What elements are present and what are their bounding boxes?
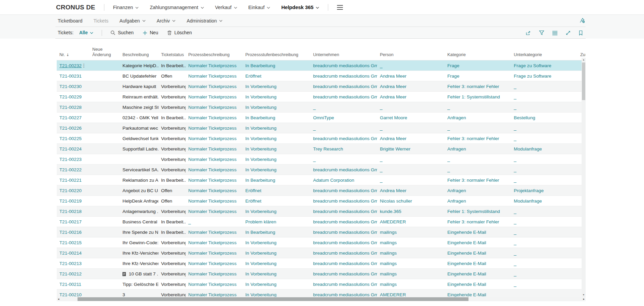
cell-kategorie[interactable]: Frage [445,60,511,71]
cell-unterkategorie[interactable]: Modulanfrage [511,144,578,154]
cell-person[interactable]: AMEDERER [377,217,445,227]
cell-prozessstufenbeschreibung[interactable]: Eröffnet [243,185,310,196]
cell-prozessstufenbeschreibung[interactable]: In Vorbereitung [243,154,310,165]
col-header-unternehmen[interactable]: Unternehmen [310,39,377,60]
cell-ticketstatus[interactable]: In Bearbeit... [158,217,186,227]
cell-neue-aenderung[interactable] [90,237,120,248]
ticket-number-link[interactable]: T21-00220 [59,188,82,193]
cell-beschreibung[interactable]: HelpDesk Anfrage [120,196,158,206]
cell-prozessbeschreibung[interactable]: Normaler Ticketprozess [186,196,243,206]
col-header-ticketstatus[interactable]: Ticketstatus [158,39,186,60]
cell-unternehmen[interactable]: Trey Research [310,144,377,154]
cell-person[interactable]: _ [377,165,445,175]
cell-neue-aenderung[interactable] [90,154,120,165]
cell-neue-aenderung[interactable] [90,279,120,290]
cell-person[interactable]: _ [377,154,445,165]
cell-neue-aenderung[interactable] [90,196,120,206]
cell-kategorie[interactable]: Anfragen [445,196,511,206]
ticket-number-link[interactable]: T21-00224 [59,146,82,151]
cell-unterkategorie[interactable]: Modulanfrage [511,196,578,206]
cell-prozessstufenbeschreibung[interactable]: In Vorbereitung [243,133,310,144]
cell-unterkategorie[interactable]: _ [511,248,578,258]
table-row[interactable]: T21-00213 ⋮ Ihre Kfz-Versicher... Vorber… [57,258,586,269]
cell-prozessbeschreibung[interactable]: Normaler Ticketprozess [186,175,243,185]
cell-nr[interactable]: T21-00218 ⋮ [57,206,90,217]
cell-unterkategorie[interactable]: _ [511,227,578,237]
cell-beschreibung[interactable]: Supportfall Ladre... [120,144,158,154]
cell-beschreibung[interactable]: Ihre Kfz-Versicher... [120,258,158,269]
cell-unterkategorie[interactable]: _ [511,133,578,144]
cell-person[interactable]: _ [377,102,445,113]
cell-nr[interactable]: T21-00228 ⋮ [57,102,90,113]
cell-prozessstufenbeschreibung[interactable]: In Bearbeitung [243,227,310,237]
cell-kategorie[interactable]: Fehler 3: normaler Fehler [445,133,511,144]
cell-unternehmen[interactable]: breadcrumb mediasolutions Gm... [310,237,377,248]
table-row[interactable]: T21-00211 ⋮ Tipp: Gelöschte E... Vorbere… [57,279,586,290]
scroll-right-icon[interactable]: ▸ [583,297,585,301]
ticket-number-link[interactable]: T21-00221 [59,178,82,183]
filter-dropdown[interactable]: Alle [79,30,93,35]
cell-nr[interactable]: T21-00232 ⋮ [57,60,90,71]
cell-prozessbeschreibung[interactable]: Normaler Ticketprozess [186,258,243,269]
cell-kategorie[interactable]: _ [445,123,511,133]
app-brand[interactable]: CRONUS DE [56,4,95,11]
tab-tickets[interactable]: Tickets [94,18,108,24]
nav-helpdesk-365[interactable]: Helpdesk 365 [281,4,319,10]
cell-unternehmen[interactable]: breadcrumb mediasolutions Gm... [310,269,377,279]
cell-person[interactable]: mailings [377,237,445,248]
nav-zahlungsmanagement[interactable]: Zahlungsmanagement [150,5,204,10]
bookmark-button[interactable] [579,30,583,36]
cell-unternehmen[interactable]: breadcrumb mediasolutions Gm... [310,196,377,206]
ticket-number-link[interactable]: T21-00217 [59,219,82,224]
cell-prozessbeschreibung[interactable]: Normaler Ticketprozess [186,279,243,290]
table-row[interactable]: T21-00220 ⋮ Angebot zu BC U... Offen Nor… [57,185,586,196]
cell-unternehmen[interactable]: breadcrumb mediasolutions Gm... [310,71,377,81]
cell-unterkategorie[interactable]: Bestellung [511,113,578,123]
cell-kategorie[interactable]: Fehler 3: normaler Fehler [445,175,511,185]
vertical-scrollbar[interactable]: ▴ ▾ [582,58,586,297]
cell-person[interactable]: _ [377,175,445,185]
cell-ticketstatus[interactable]: Vorbereitung [158,279,186,290]
cell-beschreibung[interactable]: Angebot zu BC U... [120,185,158,196]
tab-archiv[interactable]: Archiv [157,18,176,24]
cell-neue-aenderung[interactable] [90,248,120,258]
cell-nr[interactable]: T21-00221 ⋮ [57,175,90,185]
cell-unternehmen[interactable]: breadcrumb mediasolutions Gm... [310,60,377,71]
cell-prozessbeschreibung[interactable]: Normaler Ticketprozess [186,133,243,144]
cell-unternehmen[interactable]: breadcrumb mediasolutions Gm... [310,81,377,92]
cell-unterkategorie[interactable]: Frage zu Software [511,60,578,71]
ticket-number-link[interactable]: T21-00215 [59,240,82,245]
cell-ticketstatus[interactable]: Vorbereitung [158,165,186,175]
table-row[interactable]: T21-00225 ⋮ Geldwechsel funk... Vorberei… [57,133,586,144]
nav-verkauf[interactable]: Verkauf [215,5,237,10]
cell-kategorie[interactable]: Frage [445,71,511,81]
cell-kategorie[interactable]: Eingehende E-Mail [445,227,511,237]
table-row[interactable]: T21-00217 ⋮ Business Central ... In Bear… [57,217,586,227]
cell-unterkategorie[interactable]: Frage zu Software [511,71,578,81]
share-button[interactable] [526,30,531,36]
cell-ticketstatus[interactable]: In Bearbeit... [158,113,186,123]
tab-aufgaben[interactable]: Aufgaben [119,18,146,24]
cell-prozessstufenbeschreibung[interactable]: In Vorbereitung [243,248,310,258]
cell-ticketstatus[interactable]: Vorbereitung [158,123,186,133]
cell-nr[interactable]: T21-00211 ⋮ [57,279,90,290]
cell-unternehmen[interactable]: breadcrumb mediasolutions Gm... [310,217,377,227]
cell-unterkategorie[interactable]: _ [511,165,578,175]
cell-kategorie[interactable]: _ [445,102,511,113]
cell-prozessbeschreibung[interactable]: Normaler Ticketprozess [186,81,243,92]
show-list-button[interactable] [552,31,558,35]
ticket-number-link[interactable]: T21-00228 [59,105,82,110]
cell-ticketstatus[interactable]: Vorbereitung [158,92,186,102]
col-header-prozessbeschreibung[interactable]: Prozessbeschreibung [186,39,243,60]
cell-neue-aenderung[interactable] [90,185,120,196]
cell-nr[interactable]: T21-00225 ⋮ [57,133,90,144]
cell-ticketstatus[interactable]: Vorbereitung [158,269,186,279]
cell-unternehmen[interactable]: breadcrumb mediasolutions Gm... [310,206,377,217]
cell-unternehmen[interactable]: OmniType [310,113,377,123]
cell-neue-aenderung[interactable] [90,227,120,237]
filter-button[interactable] [539,30,544,35]
cell-kategorie[interactable]: _ [445,154,511,165]
cell-beschreibung[interactable]: Maschine zeigt St... [120,102,158,113]
cell-kategorie[interactable]: Anfragen [445,185,511,196]
cell-unterkategorie[interactable]: _ [511,258,578,269]
